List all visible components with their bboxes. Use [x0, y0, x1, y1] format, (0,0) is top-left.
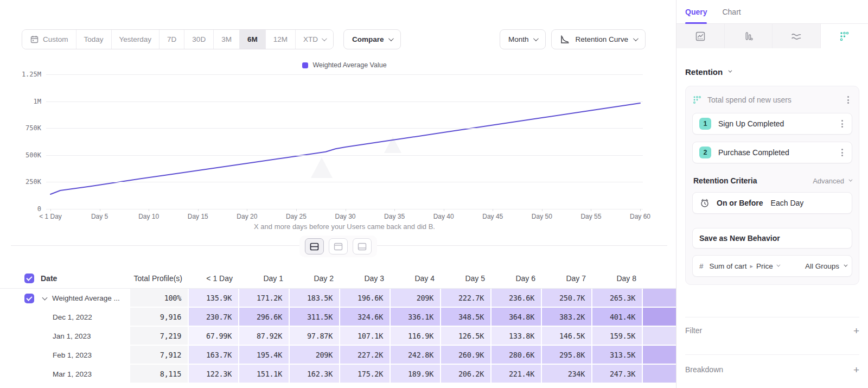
chart-only-view-icon [334, 243, 343, 251]
x-tick-mark [444, 209, 444, 211]
retention-value-cell[interactable]: 260.9K [441, 346, 492, 365]
retention-line-chart[interactable] [46, 74, 643, 209]
select-all-checkbox[interactable] [24, 273, 34, 283]
criteria-mode-dropdown[interactable]: Advanced [813, 177, 851, 185]
retention-value-cell[interactable]: 209K [290, 346, 340, 365]
retention-value-cell[interactable]: 195.4K [239, 346, 290, 365]
behavior-step-card[interactable]: 2Purchase Completed [692, 142, 852, 163]
range-30d[interactable]: 30D [184, 30, 214, 49]
save-as-new-behavior-button[interactable]: Save as New Behavior [692, 228, 852, 249]
kebab-menu-icon[interactable] [838, 147, 846, 158]
kebab-menu-icon[interactable] [844, 94, 852, 106]
retention-value-cell[interactable]: 97.87K [290, 327, 340, 346]
retention-value-cell[interactable]: 183.5K [290, 289, 340, 308]
groups-dropdown[interactable]: All Groups [805, 262, 846, 270]
retention-value-cell[interactable]: 163.7K [189, 346, 239, 365]
retention-value-cell[interactable]: 196.6K [340, 289, 391, 308]
range-6m[interactable]: 6M [240, 30, 266, 49]
retention-value-cell[interactable]: 383.2K [542, 308, 592, 327]
retention-value-cell[interactable]: 242.8K [391, 346, 441, 365]
retention-value-cell[interactable]: 135.9K [189, 289, 239, 308]
retention-value-cell[interactable]: 313.5K [592, 346, 643, 365]
chevron-down-icon [776, 263, 780, 266]
retention-value-cell[interactable]: 401.4K [592, 308, 643, 327]
column-header: Day 7 [542, 274, 592, 283]
retention-value-cell[interactable]: 364.8K [492, 308, 542, 327]
retention-value-cell[interactable]: 311.5K [290, 308, 340, 327]
report-type-selector[interactable]: Retention [685, 67, 731, 77]
retention-value-cell[interactable]: 159.5K [592, 327, 643, 346]
tab-chart[interactable]: Chart [722, 0, 741, 23]
y-axis: 0250K500K750K1M1.25M [0, 74, 41, 209]
timing-card[interactable]: On or Before Each Day [692, 192, 852, 214]
range-today[interactable]: Today [76, 30, 112, 49]
add-breakdown-button[interactable]: + [853, 365, 859, 375]
tab-retention[interactable] [821, 24, 868, 48]
x-tick-mark [296, 209, 297, 211]
retention-value-cell[interactable]: 151.1K [239, 365, 290, 384]
retention-value-cell[interactable]: 250.7K [542, 289, 592, 308]
retention-value-cell[interactable]: 133.8K [492, 327, 542, 346]
tab-flows[interactable] [773, 24, 821, 48]
x-tick-label: Day 60 [630, 213, 650, 220]
retention-value-cell[interactable]: 236.6K [492, 289, 542, 308]
split-view-icon [310, 243, 319, 251]
x-tick-mark [149, 209, 149, 211]
compare-button[interactable]: Compare [343, 29, 401, 49]
range-xtd[interactable]: XTD [296, 30, 333, 49]
gridline [46, 182, 643, 182]
retention-value-cell[interactable]: 324.6K [340, 308, 391, 327]
retention-value-cell[interactable]: 107.1K [340, 327, 391, 346]
x-tick-label: Day 15 [188, 213, 208, 220]
timing-condition: On or Before [717, 199, 763, 207]
row-checkbox[interactable] [24, 294, 34, 303]
view-toggle-group [299, 236, 377, 257]
insights-chart-icon [694, 30, 706, 42]
retention-value-cell[interactable]: 221.4K [492, 365, 542, 384]
add-filter-button[interactable]: + [853, 326, 859, 336]
chart-only-view-button[interactable] [329, 238, 348, 255]
retention-value-cell[interactable]: 247.3K [592, 365, 643, 384]
retention-value-cell[interactable]: 146.5K [542, 327, 592, 346]
retention-value-cell[interactable]: 87.92K [239, 327, 290, 346]
retention-value-cell[interactable]: 171.2K [239, 289, 290, 308]
retention-value-cell[interactable]: 234K [542, 365, 592, 384]
row-expander-icon[interactable] [42, 295, 48, 300]
retention-value-cell[interactable]: 227.2K [340, 346, 391, 365]
retention-value-cell[interactable]: 67.99K [189, 327, 239, 346]
retention-value-cell[interactable]: 189.9K [391, 365, 441, 384]
retention-value-cell[interactable]: 222.7K [441, 289, 492, 308]
tab-funnels[interactable] [725, 24, 773, 48]
chart-type-button[interactable]: Retention Curve [551, 29, 646, 49]
table-only-view-button[interactable] [353, 238, 372, 255]
retention-value-cell[interactable]: 265.3K [592, 289, 643, 308]
range-7d[interactable]: 7D [159, 30, 184, 49]
retention-value-cell[interactable]: 162.3K [290, 365, 340, 384]
range-custom[interactable]: Custom [22, 30, 76, 49]
retention-value-cell[interactable]: 206.2K [441, 365, 492, 384]
retention-value-cell[interactable]: 280.6K [492, 346, 542, 365]
retention-value-cell[interactable]: 230.7K [189, 308, 239, 327]
retention-value-cell[interactable]: 175.2K [340, 365, 391, 384]
chevron-down-icon [729, 68, 732, 72]
tab-query[interactable]: Query [685, 0, 707, 23]
granularity-button[interactable]: Month [500, 29, 546, 49]
tab-insights[interactable] [676, 24, 725, 48]
legend-swatch [302, 62, 308, 68]
retention-value-cell[interactable]: 296.6K [239, 308, 290, 327]
retention-value-cell[interactable]: 336.1K [391, 308, 441, 327]
retention-value-cell[interactable]: 126.5K [441, 327, 492, 346]
range-12m[interactable]: 12M [266, 30, 296, 49]
table-row: Feb 1, 20237,912163.7K195.4K209K227.2K24… [0, 346, 676, 365]
retention-value-cell[interactable]: 209K [391, 289, 441, 308]
retention-value-cell[interactable]: 348.5K [441, 308, 492, 327]
split-view-button[interactable] [305, 238, 324, 255]
kebab-menu-icon[interactable] [838, 118, 846, 130]
range-3m[interactable]: 3M [214, 30, 240, 49]
retention-value-cell[interactable]: 295.8K [542, 346, 592, 365]
retention-value-cell[interactable]: 122.3K [189, 365, 239, 384]
behavior-step-card[interactable]: 1Sign Up Completed [692, 113, 852, 135]
range-yesterday[interactable]: Yesterday [112, 30, 160, 49]
measure-dropdown[interactable]: Sum of cart ▸ Price [710, 262, 805, 270]
retention-value-cell[interactable]: 116.9K [391, 327, 441, 346]
